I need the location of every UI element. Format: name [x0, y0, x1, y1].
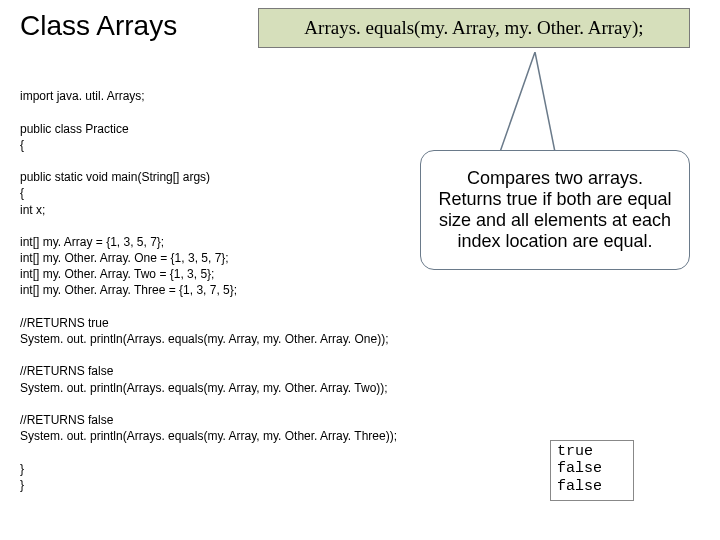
- output-box: true false false: [550, 440, 634, 501]
- code-block: import java. util. Arrays; public class …: [20, 72, 397, 493]
- code-line: int x;: [20, 203, 45, 217]
- method-signature-box: Arrays. equals(my. Array, my. Other. Arr…: [258, 8, 690, 48]
- code-line: }: [20, 478, 24, 492]
- code-line: }: [20, 462, 24, 476]
- code-line: public class Practice: [20, 122, 129, 136]
- explanation-callout: Compares two arrays. Returns true if bot…: [420, 150, 690, 270]
- method-signature-text: Arrays. equals(my. Array, my. Other. Arr…: [304, 17, 643, 39]
- callout-text: Compares two arrays. Returns true if bot…: [433, 168, 677, 252]
- code-line: {: [20, 186, 24, 200]
- code-line: //RETURNS false: [20, 364, 113, 378]
- code-line: int[] my. Array = {1, 3, 5, 7};: [20, 235, 164, 249]
- code-line: System. out. println(Arrays. equals(my. …: [20, 429, 397, 443]
- code-line: //RETURNS false: [20, 413, 113, 427]
- code-line: int[] my. Other. Array. Three = {1, 3, 7…: [20, 283, 237, 297]
- code-line: int[] my. Other. Array. Two = {1, 3, 5};: [20, 267, 214, 281]
- code-line: System. out. println(Arrays. equals(my. …: [20, 332, 389, 346]
- code-line: public static void main(String[] args): [20, 170, 210, 184]
- svg-marker-0: [500, 52, 555, 152]
- slide-title: Class Arrays: [20, 10, 177, 42]
- code-line: System. out. println(Arrays. equals(my. …: [20, 381, 388, 395]
- code-line: //RETURNS true: [20, 316, 109, 330]
- code-line: import java. util. Arrays;: [20, 89, 145, 103]
- code-line: {: [20, 138, 24, 152]
- code-line: int[] my. Other. Array. One = {1, 3, 5, …: [20, 251, 229, 265]
